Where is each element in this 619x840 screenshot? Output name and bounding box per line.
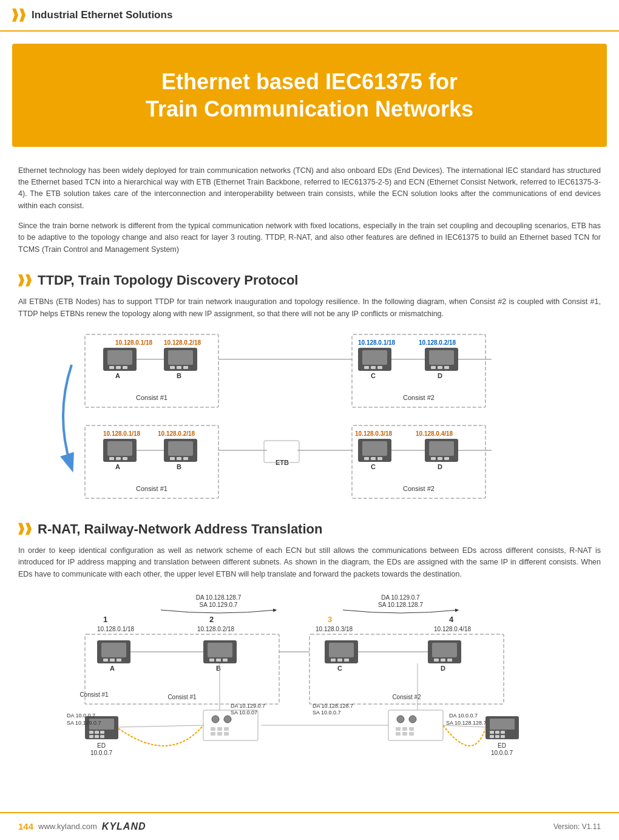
svg-rect-98 — [209, 659, 214, 662]
svg-rect-29 — [444, 366, 449, 369]
svg-rect-111 — [434, 659, 439, 662]
svg-rect-44 — [177, 457, 181, 460]
footer-left: 144 www.kyland.com KYLAND — [18, 819, 146, 834]
svg-text:3: 3 — [328, 615, 332, 624]
svg-rect-106 — [337, 659, 342, 662]
svg-rect-28 — [438, 366, 442, 369]
svg-rect-121 — [89, 731, 93, 734]
svg-text:Consist #1: Consist #1 — [167, 694, 197, 700]
svg-rect-54 — [371, 457, 376, 460]
footer-version: Version: V1.11 — [553, 821, 601, 832]
svg-text:B: B — [177, 463, 181, 470]
svg-text:10.128.0.2/18: 10.128.0.2/18 — [164, 339, 201, 346]
svg-text:D: D — [441, 665, 445, 672]
svg-rect-35 — [107, 441, 132, 456]
svg-rect-126 — [100, 735, 104, 738]
svg-rect-158 — [490, 735, 494, 738]
svg-text:4: 4 — [449, 615, 454, 624]
svg-rect-160 — [501, 735, 505, 738]
svg-text:10.128.0.3/18: 10.128.0.3/18 — [355, 430, 393, 437]
footer-page-number: 144 — [18, 820, 33, 834]
svg-text:10.128.0.1/18: 10.128.0.1/18 — [97, 626, 135, 632]
svg-rect-112 — [441, 659, 445, 662]
svg-rect-148 — [396, 732, 401, 736]
svg-text:SA 10.128.128.7: SA 10.128.128.7 — [446, 720, 487, 726]
svg-text:10.128.0.4/18: 10.128.0.4/18 — [434, 626, 472, 632]
svg-text:DA 10.128.128.7: DA 10.128.128.7 — [196, 594, 242, 601]
svg-text:ED: ED — [498, 742, 506, 749]
header: Industrial Ethernet Solutions — [0, 0, 619, 32]
svg-rect-105 — [331, 659, 336, 662]
svg-rect-159 — [495, 735, 499, 738]
intro-para1: Ethernet technology has been widely depl… — [18, 165, 601, 212]
svg-text:DA 10.0.0.7: DA 10.0.0.7 — [449, 713, 478, 719]
svg-rect-37 — [116, 457, 121, 460]
svg-text:Consist #1: Consist #1 — [136, 485, 167, 492]
svg-text:SA 10.128.128.7: SA 10.128.128.7 — [378, 601, 423, 608]
svg-rect-62 — [444, 457, 449, 460]
svg-rect-11 — [170, 366, 175, 369]
svg-rect-138 — [217, 732, 222, 736]
svg-text:B: B — [216, 665, 221, 672]
svg-text:10.128.0.2/18: 10.128.0.2/18 — [158, 430, 195, 437]
svg-text:SA 10.0.07: SA 10.0.07 — [231, 710, 257, 716]
rnat-body: In order to keep identical configuration… — [18, 545, 601, 580]
svg-text:10.128.0.3/18: 10.128.0.3/18 — [316, 626, 353, 632]
svg-rect-60 — [431, 457, 436, 460]
svg-text:A: A — [115, 463, 120, 470]
svg-rect-147 — [409, 727, 414, 731]
svg-rect-135 — [217, 727, 222, 731]
svg-text:C: C — [371, 372, 376, 379]
svg-rect-107 — [344, 659, 349, 662]
svg-rect-104 — [329, 643, 354, 657]
ttdp-heading: TTDP, Train Topology Discovery Protocol — [38, 270, 298, 290]
svg-rect-150 — [409, 732, 414, 736]
intro-para2: Since the train borne network is differe… — [18, 220, 601, 256]
svg-rect-4 — [109, 366, 114, 369]
svg-line-165 — [118, 725, 203, 727]
svg-rect-27 — [431, 366, 436, 369]
svg-rect-124 — [89, 735, 93, 738]
svg-rect-136 — [224, 727, 229, 731]
svg-text:Consist #2: Consist #2 — [403, 394, 435, 401]
svg-rect-26 — [429, 350, 454, 365]
svg-text:10.128.0.2/18: 10.128.0.2/18 — [197, 626, 235, 632]
svg-text:SA 10.129.0.7: SA 10.129.0.7 — [67, 720, 101, 726]
rnat-heading-row: R-NAT, Railway-Network Address Translati… — [18, 519, 601, 539]
svg-rect-99 — [216, 659, 221, 662]
svg-rect-12 — [177, 366, 181, 369]
svg-rect-36 — [109, 457, 114, 460]
svg-rect-3 — [107, 350, 132, 365]
svg-text:SA 10.0.0.7: SA 10.0.0.7 — [313, 710, 341, 716]
hero-title: Ethernet based IEC61375 for Train Commun… — [49, 68, 570, 123]
footer: 144 www.kyland.com KYLAND Version: V1.11 — [0, 812, 619, 840]
svg-rect-157 — [501, 731, 505, 734]
svg-rect-53 — [364, 457, 369, 460]
svg-text:B: B — [177, 372, 181, 379]
svg-rect-134 — [211, 727, 215, 731]
svg-rect-154 — [490, 719, 515, 730]
svg-rect-22 — [377, 366, 382, 369]
svg-text:2: 2 — [209, 615, 214, 624]
svg-rect-21 — [371, 366, 376, 369]
svg-rect-93 — [117, 659, 121, 662]
svg-text:10.128.0.1/18: 10.128.0.1/18 — [103, 430, 141, 437]
rnat-diagram: DA 10.128.128.7 SA 10.129.0.7 DA 10.129.… — [18, 589, 601, 777]
svg-text:ED: ED — [97, 742, 106, 749]
svg-text:10.0.0.7: 10.0.0.7 — [90, 750, 113, 756]
svg-rect-137 — [211, 732, 215, 736]
svg-text:Consist #1: Consist #1 — [136, 394, 167, 401]
svg-rect-59 — [429, 441, 454, 456]
svg-text:Consist #1: Consist #1 — [79, 691, 109, 698]
svg-rect-139 — [224, 732, 229, 736]
svg-text:Consist #2: Consist #2 — [392, 694, 421, 700]
svg-rect-20 — [364, 366, 369, 369]
svg-point-144 — [409, 716, 416, 723]
rnat-diagram-svg: DA 10.128.128.7 SA 10.129.0.7 DA 10.129.… — [49, 589, 570, 777]
svg-rect-156 — [495, 731, 499, 734]
svg-point-132 — [212, 716, 219, 723]
ttdp-heading-row: TTDP, Train Topology Discovery Protocol — [18, 270, 601, 290]
svg-point-133 — [224, 716, 231, 723]
svg-text:10.128.0.1/18: 10.128.0.1/18 — [358, 339, 396, 346]
footer-url: www.kyland.com — [38, 821, 97, 833]
